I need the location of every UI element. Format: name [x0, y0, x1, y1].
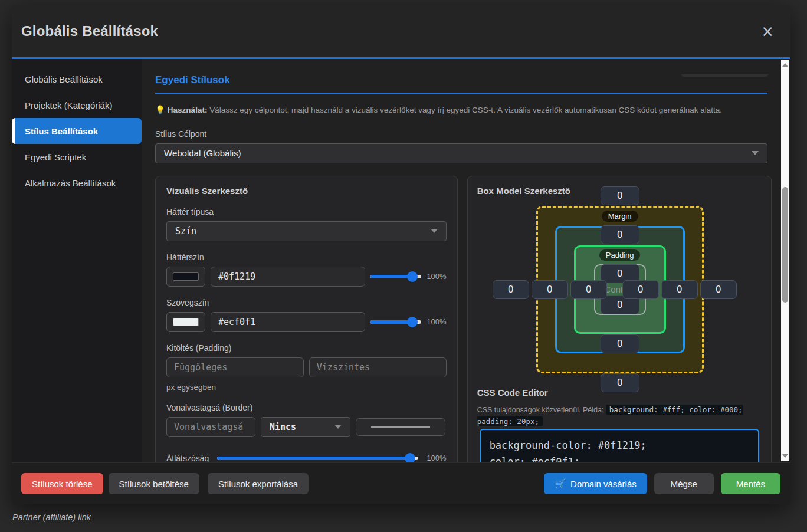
margin-zone-label: Margin [536, 211, 704, 222]
border-style-select[interactable]: Nincs [261, 417, 350, 437]
box-model-title: Box Model Szerkesztő [477, 186, 570, 196]
bg-type-label: Háttér típusa [166, 207, 447, 216]
delete-styles-button[interactable]: Stílusok törlése [21, 473, 103, 494]
border-color-input[interactable] [356, 418, 445, 436]
content-area: Egyedi Stílusok 💡Használat: Válassz egy … [142, 59, 790, 462]
export-styles-button[interactable]: Stílusok exportálása [208, 473, 309, 494]
sidebar-item-app-settings[interactable]: Alkalmazás Beállítások [12, 170, 142, 196]
bg-color-preview [173, 272, 199, 281]
style-target-select[interactable]: Weboldal (Globális) [155, 143, 767, 163]
lightbulb-icon: 💡 [155, 106, 165, 114]
close-icon[interactable]: × [761, 24, 774, 39]
global-settings-modal: Globális Beállítások × Globális Beállítá… [12, 5, 790, 504]
padding-left-input[interactable]: 0 [570, 280, 607, 299]
border-label: Vonalvastagsá (Border) [166, 403, 447, 412]
clipped-element [681, 74, 768, 77]
modal-body: Globális Beállítások Projektek (Kategóri… [12, 59, 790, 462]
bg-type-value: Szín [175, 226, 196, 237]
chevron-down-icon [431, 229, 438, 233]
visual-editor-title: Vizuális Szerkesztő [166, 186, 447, 196]
bg-type-select[interactable]: Szín [166, 221, 447, 241]
border-left-input[interactable]: 0 [532, 280, 568, 299]
scroll-viewport: Egyedi Stílusok 💡Használat: Válassz egy … [142, 59, 780, 462]
scroll-up-arrow[interactable] [781, 60, 789, 70]
scroll-down-arrow[interactable] [781, 451, 789, 461]
tip-text: Válassz egy célpontot, majd használd a v… [207, 106, 722, 114]
partner-affiliate-link[interactable]: Partner (affiliate) link [12, 513, 91, 522]
text-color-input[interactable] [211, 312, 365, 332]
buy-domain-button[interactable]: 🛒 Domain vásárlás [544, 473, 647, 494]
padding-horizontal-input[interactable] [309, 357, 447, 377]
page-title: Globális Beállítások [21, 23, 158, 40]
sidebar: Globális Beállítások Projektek (Kategóri… [12, 59, 142, 462]
padding-label: Kitöltés (Padding) [166, 343, 447, 353]
load-styles-button[interactable]: Stílusok betöltése [109, 473, 199, 494]
text-color-swatch[interactable] [166, 312, 205, 332]
margin-left-input[interactable]: 0 [493, 280, 529, 299]
text-color-preview [173, 318, 199, 326]
sidebar-item-custom-scripts[interactable]: Egyedi Scriptek [12, 144, 142, 170]
chevron-down-icon [752, 151, 759, 155]
vertical-scrollbar[interactable] [781, 60, 789, 461]
margin-bottom-input[interactable]: 0 [601, 373, 639, 392]
opacity-value: 100% [427, 454, 446, 462]
border-style-value: Nincs [270, 422, 296, 432]
opacity-slider[interactable] [217, 453, 418, 462]
slider-thumb[interactable] [407, 317, 418, 327]
css-code-textarea[interactable]: background-color: #0f1219; color: #ecf0f… [480, 429, 759, 462]
box-model-panel: Box Model Szerkesztő Margin Padding Cont… [467, 176, 772, 462]
bg-opacity-value: 100% [427, 272, 446, 281]
modal-header: Globális Beállítások × [12, 5, 790, 59]
save-button[interactable]: Mentés [721, 473, 780, 494]
cart-icon: 🛒 [555, 478, 566, 489]
padding-unit-note: px egységben [166, 383, 447, 392]
opacity-label: Átlátszóság [166, 454, 209, 462]
sidebar-item-global-settings[interactable]: Globális Beállítások [12, 66, 142, 92]
usage-tip: 💡Használat: Válassz egy célpontot, majd … [155, 104, 767, 116]
border-right-input[interactable]: 0 [661, 280, 698, 299]
padding-zone-label: Padding [574, 249, 666, 261]
visual-editor-panel: Vizuális Szerkesztő Háttér típusa Szín H… [155, 176, 458, 462]
text-opacity-slider[interactable] [370, 317, 421, 327]
bg-color-input[interactable] [211, 267, 365, 287]
border-bottom-input[interactable]: 0 [601, 334, 639, 353]
margin-top-input[interactable]: 0 [601, 186, 639, 205]
bg-opacity-slider[interactable] [370, 271, 421, 282]
sidebar-item-projects[interactable]: Projektek (Kategóriák) [12, 92, 142, 118]
cancel-button[interactable]: Mégse [654, 473, 714, 494]
text-color-label: Szövegszín [166, 298, 447, 307]
tip-label: Használat: [168, 106, 208, 114]
section-title: Egyedi Stílusok [155, 74, 767, 94]
empty-color-line [371, 426, 430, 428]
modal-footer: Stílusok törlése Stílusok betöltése Stíl… [12, 462, 790, 504]
sidebar-item-style-settings[interactable]: Stílus Beállítások [12, 118, 142, 144]
margin-right-input[interactable]: 0 [700, 280, 737, 299]
padding-right-input[interactable]: 0 [622, 280, 659, 299]
style-target-value: Weboldal (Globális) [164, 148, 241, 158]
slider-thumb[interactable] [405, 453, 415, 462]
bg-color-swatch[interactable] [166, 267, 205, 287]
slider-thumb[interactable] [407, 271, 418, 282]
scrollbar-thumb[interactable] [782, 187, 788, 303]
css-editor-description: CSS tulajdonságok közvetlenül. Példa: ba… [477, 404, 760, 428]
style-target-label: Stílus Célpont [155, 129, 767, 139]
border-top-input[interactable]: 0 [601, 225, 639, 244]
css-editor-title: CSS Code Editor [477, 387, 548, 398]
border-width-input[interactable] [166, 417, 255, 437]
padding-vertical-input[interactable] [166, 357, 304, 377]
chevron-down-icon [334, 425, 342, 429]
bg-color-label: Háttérszín [166, 252, 447, 262]
text-opacity-value: 100% [427, 317, 446, 326]
